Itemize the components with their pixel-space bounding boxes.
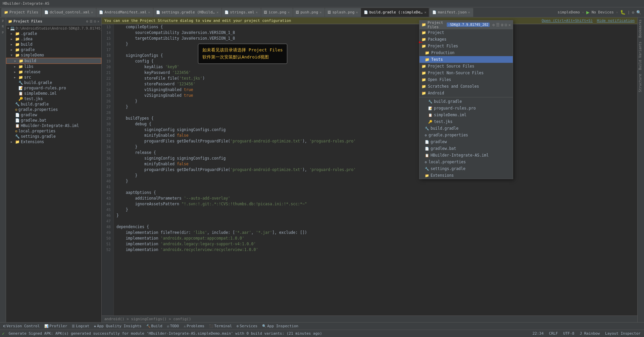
bottom-tab-todo[interactable]: ☑TODO [165, 323, 181, 330]
code-content[interactable]: compileOptions { sourceCompatibility Jav… [114, 24, 637, 321]
debug-button[interactable]: 🐛 [620, 10, 626, 15]
tree-item-proguard-rules[interactable]: 📝proguard-rules.pro [6, 85, 101, 91]
tree-item-release-sub[interactable]: ▶📁release [6, 69, 101, 75]
tree-root[interactable]: ▼💻D:\AndroidStudio\Android-SDK@3.7.9.817… [6, 26, 101, 31]
tab-settings-gradle[interactable]: 📄settings.gradle (HBuilder-Integrate-AS)… [153, 8, 221, 17]
tree-item-src-sub[interactable]: ▶📁src [6, 75, 101, 80]
search-btn[interactable]: 🔍 [636, 10, 641, 15]
popup-tree-settings.gradle[interactable]: 🔧settings.gradle [419, 165, 513, 172]
tab-icon-png[interactable]: 🖼icon.png✕ [261, 8, 293, 17]
close-panel-icon[interactable]: ✕ [97, 19, 99, 23]
tree-item-extensions-folder[interactable]: ▶📁Extensions [6, 139, 101, 144]
tree-item-libs-sub[interactable]: ▶📁libs [6, 64, 101, 69]
tab-close-push-png[interactable]: ✕ [319, 10, 321, 14]
popup-tree-gradle.properties[interactable]: ⚙gradle.properties [419, 132, 513, 138]
build-variants-label[interactable]: Build Variants [638, 40, 644, 72]
tab-close-manifest-json[interactable]: ✕ [468, 10, 470, 14]
tab-close-dcloud-control[interactable]: ✕ [91, 10, 93, 14]
bottom-tab-logcat[interactable]: ☰Logcat [70, 323, 91, 330]
device-label[interactable]: No Devices [592, 10, 614, 14]
layout-inspector-btn[interactable]: Layout Inspector [604, 331, 642, 336]
tree-item-local-properties[interactable]: ⚙local.properties [6, 128, 101, 134]
popup-item-packages[interactable]: 📁Packages [419, 36, 513, 43]
tree-item-build-sub[interactable]: ▶📁build [6, 58, 101, 64]
tree-item-simpledemo-folder[interactable]: ▼📁simpleDemo [6, 52, 101, 58]
tab-dcloud-control[interactable]: 📄dcloud_control.xml✕ [42, 8, 96, 17]
popup-item-android[interactable]: 📁Android [419, 90, 513, 96]
popup-item-project-files[interactable]: 📁Project Files [419, 43, 513, 49]
sidebar-project-tab[interactable]: p [0, 30, 6, 34]
popup-tree-proguard-rules.pro[interactable]: 📝proguard-rules.pro [419, 105, 513, 112]
tree-item-build-folder[interactable]: ▶📁build [6, 42, 101, 47]
bottom-tab-terminal[interactable]: ⬛Terminal [207, 323, 234, 330]
bookmarks-label[interactable]: Bookmarks [638, 17, 644, 40]
hide-notification-link[interactable]: Hide notification [597, 18, 635, 23]
tab-push-png[interactable]: 🖼push.png✕ [293, 8, 325, 17]
encoding-btn[interactable]: UTF-8 [562, 331, 576, 336]
bottom-tab-app-quality-insights[interactable]: ◈App Quality Insights [92, 323, 143, 330]
popup-tree-gradlew.bat[interactable]: 📄gradlew.bat [419, 145, 513, 152]
popup-item-project-source-files[interactable]: 📁Project Source Files [419, 63, 513, 70]
tab-android-manifest[interactable]: 📄AndroidManifest.xml✕ [96, 8, 153, 17]
popup-tree-build.gradle[interactable]: 🔧build.gradle [419, 98, 513, 105]
popup-tree-extensions[interactable]: 📁Extensions [419, 172, 513, 179]
bottom-tab-profiler[interactable]: 📊Profiler [42, 323, 69, 330]
popup-item-open-files[interactable]: 📁Open Files [419, 76, 513, 83]
tree-item-idea-folder[interactable]: ▶📁.idea [6, 36, 101, 42]
popup-tree-gradlew[interactable]: 📄gradlew [419, 138, 513, 145]
gear-icon[interactable]: ⚙ [86, 19, 88, 23]
popup-tree-local.properties[interactable]: ⚙local.properties [419, 159, 513, 165]
sidebar-resource-icon[interactable]: R [0, 24, 6, 29]
popup-item-tests[interactable]: 📁Tests [419, 56, 513, 63]
tree-item-gradlew[interactable]: 📄gradlew [6, 112, 101, 118]
tab-close-strings-xml[interactable]: ✕ [256, 10, 258, 14]
open-project-structure-link[interactable]: Open (Ctrl+Alt+Shift+S) [542, 18, 593, 23]
popup-item-project[interactable]: 📁Project [419, 29, 513, 36]
tree-item-gradle-folder2[interactable]: ▶📁gradle [6, 47, 101, 52]
popup-tree-simpledemo.iml[interactable]: 📋simpleDemo.iml [419, 112, 513, 118]
tree-item-gradlew-bat[interactable]: 📄gradlew.bat [6, 118, 101, 123]
tree-item-hbuilder-iml[interactable]: 📋HBuilder-Integrate-AS.iml [6, 123, 101, 128]
tab-build-gradle[interactable]: 📄build.gradle (:simpleDemo)✕ [361, 8, 429, 17]
list-icon[interactable]: ☰ [90, 19, 93, 23]
popup-options-icon[interactable]: ⊟ [505, 23, 507, 27]
tree-item-settings-gradle-file[interactable]: 🔧settings.gradle [6, 134, 101, 139]
tree-item-gradle-folder[interactable]: ▶📁.gradle [6, 31, 101, 36]
popup-item-production[interactable]: 📁Production [419, 49, 513, 56]
popup-tree-build.gradle[interactable]: 🔧build.gradle [419, 125, 513, 132]
tab-manifest-json[interactable]: 📄manifest.json✕ [430, 8, 473, 17]
line-ending-btn[interactable]: CRLF [548, 331, 559, 336]
tab-splash-png[interactable]: 🖼splash.png✕ [325, 8, 361, 17]
sidebar-project-icon[interactable]: P [0, 19, 6, 24]
tree-item-gradle-properties[interactable]: ⚙gradle.properties [6, 107, 101, 112]
tab-close-settings-gradle[interactable]: ✕ [216, 10, 218, 14]
popup-list-icon[interactable]: ☰ [496, 23, 500, 27]
popup-close-icon[interactable]: ✕ [508, 23, 511, 27]
tab-close-splash-png[interactable]: ✕ [356, 10, 358, 14]
popup-split-icon[interactable]: ⊞ [501, 23, 503, 27]
popup-item-project-non-source-files[interactable]: 📁Project Non-Source Files [419, 70, 513, 76]
tree-item-test-jks[interactable]: 🔑test.jks [6, 96, 101, 101]
bottom-tab-app-inspection[interactable]: 🔍App Inspection [260, 323, 300, 330]
popup-tree-test.jks[interactable]: 🔑test.jks [419, 118, 513, 125]
bottom-tab-version-control[interactable]: ⑆Version Control [1, 323, 42, 330]
tab-close-android-manifest[interactable]: ✕ [148, 10, 150, 14]
bottom-tab-services[interactable]: ⚙Services [235, 323, 259, 330]
bottom-tab-build[interactable]: 🔨Build [144, 323, 164, 330]
bottom-tab-problems[interactable]: ⚠Problems [182, 323, 206, 330]
tab-strings-xml[interactable]: 📄strings.xml✕ [222, 8, 261, 17]
collapse-icon[interactable]: ⊟ [94, 19, 96, 23]
run-config-name[interactable]: simpleDemo [558, 10, 580, 14]
tree-item-root-build-gradle[interactable]: 🔧build.gradle [6, 101, 101, 107]
branch-name[interactable]: J Rainbow [578, 331, 601, 336]
run-button[interactable]: ▶ [586, 9, 590, 15]
settings-btn[interactable]: ⚙ [632, 10, 634, 15]
popup-gear-icon[interactable]: ⚙ [492, 23, 495, 27]
popup-tree-hbuilder-integrate-as.iml[interactable]: 📋HBuilder-Integrate-AS.iml [419, 152, 513, 159]
code-container[interactable]: 1314151617181920212223242526272829303132… [102, 24, 637, 321]
tab-close-icon-png[interactable]: ✕ [288, 10, 290, 14]
tab-close-build-gradle[interactable]: ✕ [424, 10, 426, 14]
popup-item-scratches-and-consoles[interactable]: 📁Scratches and Consoles [419, 83, 513, 90]
tree-item-simpledemo-iml[interactable]: 📋simpleDemo.iml [6, 91, 101, 96]
tab-project-files[interactable]: 📁Project Files [1, 8, 41, 17]
